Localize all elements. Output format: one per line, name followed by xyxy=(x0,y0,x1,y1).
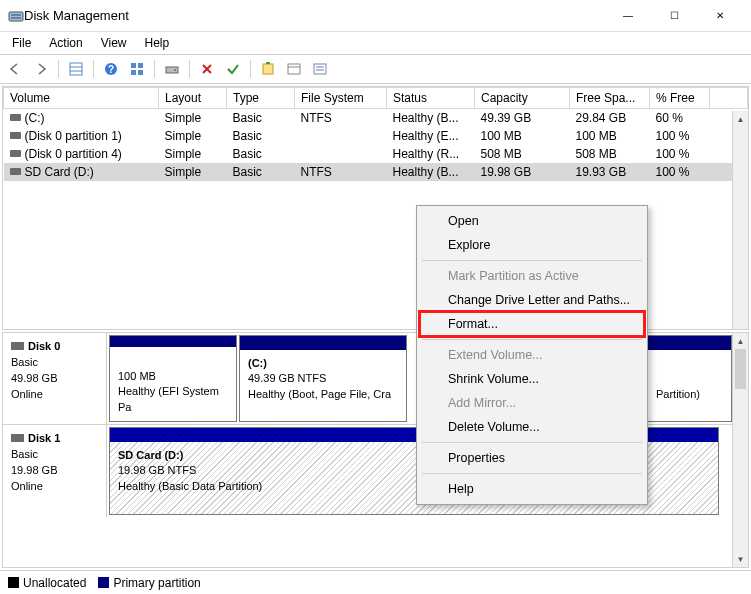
col-freespace[interactable]: Free Spa... xyxy=(570,88,650,109)
cell-capacity: 100 MB xyxy=(475,127,570,145)
vertical-scrollbar[interactable]: ▲ xyxy=(732,111,748,329)
col-filesystem[interactable]: File System xyxy=(295,88,387,109)
toolbar-add-icon[interactable] xyxy=(257,58,279,80)
toolbar-separator xyxy=(189,60,190,78)
menu-item-explore[interactable]: Explore xyxy=(420,233,644,257)
disk-icon xyxy=(11,342,24,350)
cell-fs xyxy=(295,127,387,145)
toolbar-separator xyxy=(58,60,59,78)
delete-icon[interactable] xyxy=(196,58,218,80)
table-row[interactable]: (Disk 0 partition 1)SimpleBasicHealthy (… xyxy=(4,127,748,145)
toolbar-separator xyxy=(154,60,155,78)
svg-rect-14 xyxy=(263,64,273,74)
table-header-row: Volume Layout Type File System Status Ca… xyxy=(4,88,748,109)
menu-help[interactable]: Help xyxy=(137,34,178,52)
scroll-down-icon[interactable]: ▼ xyxy=(733,551,748,567)
minimize-button[interactable]: — xyxy=(605,0,651,32)
col-volume[interactable]: Volume xyxy=(4,88,159,109)
drive-icon xyxy=(10,150,21,157)
cell-free: 29.84 GB xyxy=(570,109,650,128)
menu-item-help[interactable]: Help xyxy=(420,477,644,501)
col-type[interactable]: Type xyxy=(227,88,295,109)
toolbar: ? xyxy=(0,54,751,84)
scroll-up-icon[interactable]: ▲ xyxy=(733,111,748,127)
menu-item-open[interactable]: Open xyxy=(420,209,644,233)
forward-button[interactable] xyxy=(30,58,52,80)
col-capacity[interactable]: Capacity xyxy=(475,88,570,109)
menu-item-shrink-volume[interactable]: Shrink Volume... xyxy=(420,367,644,391)
partition[interactable]: 100 MBHealthy (EFI System Pa xyxy=(109,335,237,422)
cell-capacity: 508 MB xyxy=(475,145,570,163)
menu-item-format[interactable]: Format... xyxy=(420,312,644,336)
cell-fs: NTFS xyxy=(295,163,387,181)
toolbar-list-icon[interactable] xyxy=(309,58,331,80)
disk-label: Disk 1Basic19.98 GBOnline xyxy=(3,425,107,517)
cell-volume: (Disk 0 partition 4) xyxy=(4,145,159,163)
volume-table: Volume Layout Type File System Status Ca… xyxy=(3,87,748,181)
table-row[interactable]: (Disk 0 partition 4)SimpleBasicHealthy (… xyxy=(4,145,748,163)
disk-label: Disk 0Basic49.98 GBOnline xyxy=(3,333,107,424)
partition[interactable]: (C:)49.39 GB NTFSHealthy (Boot, Page Fil… xyxy=(239,335,407,422)
partition-header-bar xyxy=(240,336,406,350)
svg-point-13 xyxy=(174,69,176,71)
menu-item-extend-volume: Extend Volume... xyxy=(420,343,644,367)
help-icon[interactable]: ? xyxy=(100,58,122,80)
app-icon xyxy=(8,8,24,24)
scrollbar-thumb[interactable] xyxy=(735,349,746,389)
back-button[interactable] xyxy=(4,58,26,80)
partition[interactable]: Partition) xyxy=(647,335,732,422)
legend-unallocated-label: Unallocated xyxy=(23,576,86,590)
legend-primary: Primary partition xyxy=(98,576,200,590)
legend-unallocated: Unallocated xyxy=(8,576,86,590)
check-icon[interactable] xyxy=(222,58,244,80)
cell-pct: 100 % xyxy=(650,127,710,145)
cell-layout: Simple xyxy=(159,127,227,145)
menu-item-change-drive-letter-and-paths[interactable]: Change Drive Letter and Paths... xyxy=(420,288,644,312)
title-bar: Disk Management — ☐ ✕ xyxy=(0,0,751,32)
window-controls: — ☐ ✕ xyxy=(605,0,743,32)
context-menu: OpenExploreMark Partition as ActiveChang… xyxy=(416,205,648,505)
menu-item-properties[interactable]: Properties xyxy=(420,446,644,470)
cell-status: Healthy (R... xyxy=(387,145,475,163)
svg-text:?: ? xyxy=(108,64,114,75)
cell-layout: Simple xyxy=(159,109,227,128)
menu-bar: File Action View Help xyxy=(0,32,751,54)
col-pctfree[interactable]: % Free xyxy=(650,88,710,109)
vertical-scrollbar[interactable]: ▲ ▼ xyxy=(732,333,748,567)
col-layout[interactable]: Layout xyxy=(159,88,227,109)
svg-rect-15 xyxy=(288,64,300,74)
menu-separator xyxy=(422,473,642,474)
menu-item-mark-partition-as-active: Mark Partition as Active xyxy=(420,264,644,288)
partition-info: 100 MBHealthy (EFI System Pa xyxy=(110,347,236,421)
table-row[interactable]: (C:)SimpleBasicNTFSHealthy (B...49.39 GB… xyxy=(4,109,748,128)
toolbar-props-icon[interactable] xyxy=(283,58,305,80)
close-button[interactable]: ✕ xyxy=(697,0,743,32)
cell-pct: 100 % xyxy=(650,163,710,181)
toolbar-view-icon[interactable] xyxy=(65,58,87,80)
col-status[interactable]: Status xyxy=(387,88,475,109)
menu-view[interactable]: View xyxy=(93,34,135,52)
cell-status: Healthy (E... xyxy=(387,127,475,145)
cell-free: 100 MB xyxy=(570,127,650,145)
menu-file[interactable]: File xyxy=(4,34,39,52)
menu-action[interactable]: Action xyxy=(41,34,90,52)
toolbar-grid-icon[interactable] xyxy=(126,58,148,80)
scroll-up-icon[interactable]: ▲ xyxy=(733,333,748,349)
toolbar-drive-icon[interactable] xyxy=(161,58,183,80)
svg-rect-17 xyxy=(314,64,326,74)
table-row[interactable]: SD Card (D:)SimpleBasicNTFSHealthy (B...… xyxy=(4,163,748,181)
cell-status: Healthy (B... xyxy=(387,109,475,128)
svg-rect-12 xyxy=(166,67,178,73)
menu-separator xyxy=(422,339,642,340)
cell-free: 508 MB xyxy=(570,145,650,163)
disk-icon xyxy=(11,434,24,442)
menu-separator xyxy=(422,260,642,261)
col-spacer xyxy=(710,88,748,109)
cell-volume: (Disk 0 partition 1) xyxy=(4,127,159,145)
cell-capacity: 19.98 GB xyxy=(475,163,570,181)
menu-item-delete-volume[interactable]: Delete Volume... xyxy=(420,415,644,439)
cell-type: Basic xyxy=(227,127,295,145)
svg-rect-9 xyxy=(138,63,143,68)
maximize-button[interactable]: ☐ xyxy=(651,0,697,32)
svg-rect-0 xyxy=(9,12,23,21)
